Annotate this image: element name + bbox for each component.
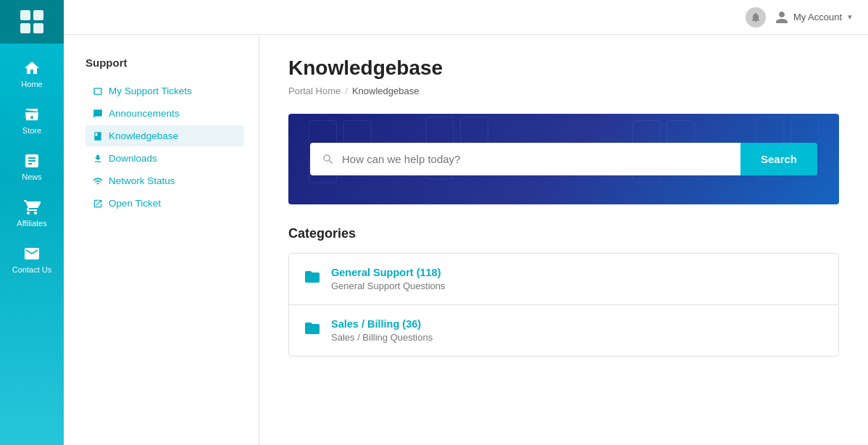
nav-item-knowledgebase-label: Knowledgebase <box>109 130 178 141</box>
svg-rect-7 <box>426 117 454 145</box>
content-area: Support My Support Tickets Announcements… <box>64 35 868 445</box>
sidebar-item-affiliates[interactable]: Affiliates <box>0 190 64 236</box>
store-icon <box>23 106 41 123</box>
svg-rect-3 <box>33 23 43 33</box>
nav-item-downloads[interactable]: Downloads <box>85 148 244 169</box>
category-desc-general-support: General Support Questions <box>331 280 446 291</box>
search-input-wrap <box>310 143 740 175</box>
breadcrumb-separator: / <box>345 86 348 96</box>
account-menu[interactable]: My Account ▼ <box>775 10 854 25</box>
svg-rect-0 <box>20 10 30 20</box>
affiliates-icon <box>23 199 41 216</box>
open-ticket-icon <box>93 199 103 209</box>
ticket-icon <box>93 86 103 96</box>
sidebar-item-home-label: Home <box>21 80 42 88</box>
category-desc-sales-billing: Sales / Billing Questions <box>331 332 433 343</box>
account-icon <box>775 10 789 25</box>
category-name-general-support: General Support (118) <box>331 267 446 278</box>
search-box: Search <box>310 143 817 175</box>
news-icon <box>23 152 41 170</box>
sidebar-item-news-label: News <box>22 172 42 181</box>
category-folder-icon-general <box>304 268 321 286</box>
svg-rect-1 <box>33 10 43 20</box>
hero-search-banner: Search <box>288 114 839 204</box>
sidebar-item-contact[interactable]: Contact Us <box>0 236 64 283</box>
bell-icon <box>750 12 761 23</box>
account-label: My Account <box>793 12 842 22</box>
home-icon <box>23 59 41 77</box>
support-section-title: Support <box>85 57 244 69</box>
announce-icon <box>93 109 103 119</box>
sidebar-logo[interactable] <box>0 0 64 43</box>
nav-item-announcements-label: Announcements <box>109 108 180 119</box>
logo-icon <box>19 9 45 35</box>
left-panel: Support My Support Tickets Announcements… <box>64 35 259 445</box>
sidebar-item-contact-label: Contact Us <box>12 265 51 274</box>
network-icon <box>93 176 103 186</box>
category-item-sales-billing[interactable]: Sales / Billing (36) Sales / Billing Que… <box>289 305 838 356</box>
search-button[interactable]: Search <box>740 143 817 175</box>
category-item-general-support[interactable]: General Support (118) General Support Qu… <box>289 254 838 305</box>
svg-rect-13 <box>756 117 784 145</box>
breadcrumb-home-link[interactable]: Portal Home <box>288 86 341 96</box>
svg-rect-14 <box>791 117 819 145</box>
sidebar-item-store-label: Store <box>22 126 41 135</box>
sidebar-item-affiliates-label: Affiliates <box>17 219 46 228</box>
sidebar: Home Store News Affiliates Contact Us <box>0 0 64 445</box>
categories-title: Categories <box>288 226 839 241</box>
sidebar-item-home[interactable]: Home <box>0 51 64 97</box>
category-info-general-support: General Support (118) General Support Qu… <box>331 267 446 291</box>
search-icon <box>322 153 335 166</box>
sidebar-item-store[interactable]: Store <box>0 97 64 144</box>
breadcrumb-current: Knowledgebase <box>352 86 420 96</box>
nav-item-open-ticket[interactable]: Open Ticket <box>85 193 244 214</box>
nav-item-announcements[interactable]: Announcements <box>85 103 244 124</box>
nav-item-downloads-label: Downloads <box>109 153 157 164</box>
nav-item-open-ticket-label: Open Ticket <box>109 198 161 209</box>
nav-item-tickets-label: My Support Tickets <box>109 86 192 96</box>
book-icon <box>93 131 103 141</box>
nav-item-knowledgebase[interactable]: Knowledgebase <box>85 125 244 146</box>
download-icon <box>93 154 103 164</box>
sidebar-item-news[interactable]: News <box>0 144 64 190</box>
breadcrumb: Portal Home / Knowledgebase <box>288 86 839 96</box>
right-content: Knowledgebase Portal Home / Knowledgebas… <box>259 35 868 445</box>
page-title: Knowledgebase <box>288 57 839 80</box>
topbar: My Account ▼ <box>64 0 868 35</box>
category-info-sales-billing: Sales / Billing (36) Sales / Billing Que… <box>331 318 433 343</box>
account-chevron-icon: ▼ <box>846 13 854 21</box>
categories-list: General Support (118) General Support Qu… <box>288 253 839 357</box>
category-name-sales-billing: Sales / Billing (36) <box>331 318 433 330</box>
svg-rect-2 <box>20 23 30 33</box>
category-folder-icon-sales <box>304 320 321 337</box>
main-wrapper: My Account ▼ Support My Support Tickets … <box>64 0 868 445</box>
contact-icon <box>23 245 41 262</box>
search-input[interactable] <box>342 143 729 175</box>
nav-item-network-status-label: Network Status <box>109 175 175 186</box>
svg-rect-8 <box>461 117 488 145</box>
notification-icon-btn[interactable] <box>746 7 766 28</box>
nav-item-network-status[interactable]: Network Status <box>85 170 244 191</box>
nav-item-tickets[interactable]: My Support Tickets <box>85 80 244 101</box>
